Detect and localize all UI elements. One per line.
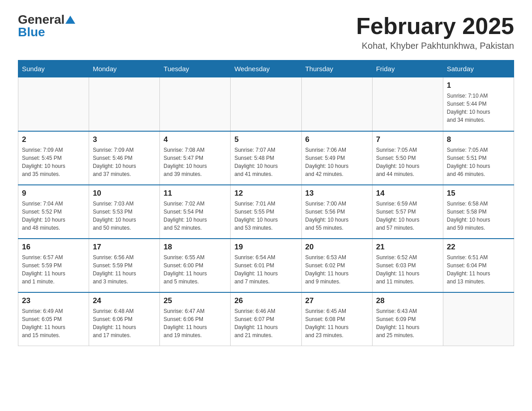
day-number: 5 — [234, 135, 297, 144]
day-info: Sunrise: 6:46 AM Sunset: 6:07 PM Dayligh… — [234, 307, 297, 339]
day-number: 24 — [93, 296, 156, 305]
calendar-week-row: 16Sunrise: 6:57 AM Sunset: 5:59 PM Dayli… — [18, 239, 514, 292]
weekday-header-wednesday: Wednesday — [231, 60, 301, 77]
weekday-header-thursday: Thursday — [301, 60, 372, 77]
calendar-header-row: SundayMondayTuesdayWednesdayThursdayFrid… — [18, 60, 514, 77]
day-number: 21 — [376, 243, 439, 252]
calendar-day-cell: 25Sunrise: 6:47 AM Sunset: 6:06 PM Dayli… — [160, 292, 231, 346]
logo: General Blue — [18, 13, 75, 39]
day-info: Sunrise: 7:04 AM Sunset: 5:52 PM Dayligh… — [22, 200, 85, 232]
calendar-day-cell — [301, 77, 372, 131]
day-info: Sunrise: 7:05 AM Sunset: 5:51 PM Dayligh… — [447, 146, 510, 178]
calendar-day-cell: 14Sunrise: 6:59 AM Sunset: 5:57 PM Dayli… — [372, 185, 443, 239]
calendar-day-cell — [372, 77, 443, 131]
calendar-week-row: 23Sunrise: 6:49 AM Sunset: 6:05 PM Dayli… — [18, 292, 514, 346]
day-info: Sunrise: 6:53 AM Sunset: 6:02 PM Dayligh… — [305, 253, 369, 286]
day-info: Sunrise: 6:51 AM Sunset: 6:04 PM Dayligh… — [447, 253, 510, 286]
weekday-header-monday: Monday — [89, 60, 160, 77]
day-number: 15 — [447, 189, 510, 198]
calendar-day-cell: 18Sunrise: 6:55 AM Sunset: 6:00 PM Dayli… — [160, 239, 231, 292]
calendar-day-cell — [160, 77, 231, 131]
day-number: 10 — [93, 189, 156, 198]
calendar-day-cell: 9Sunrise: 7:04 AM Sunset: 5:52 PM Daylig… — [18, 185, 89, 239]
logo-blue-text: Blue — [18, 26, 45, 39]
day-info: Sunrise: 6:43 AM Sunset: 6:09 PM Dayligh… — [376, 307, 439, 339]
day-number: 23 — [22, 296, 85, 305]
calendar-day-cell: 17Sunrise: 6:56 AM Sunset: 5:59 PM Dayli… — [89, 239, 160, 292]
calendar-day-cell: 4Sunrise: 7:08 AM Sunset: 5:47 PM Daylig… — [160, 131, 231, 185]
calendar-table: SundayMondayTuesdayWednesdayThursdayFrid… — [18, 60, 514, 346]
calendar-day-cell: 21Sunrise: 6:52 AM Sunset: 6:03 PM Dayli… — [372, 239, 443, 292]
calendar-day-cell: 15Sunrise: 6:58 AM Sunset: 5:58 PM Dayli… — [443, 185, 514, 239]
calendar-day-cell — [18, 77, 89, 131]
calendar-day-cell: 5Sunrise: 7:07 AM Sunset: 5:48 PM Daylig… — [231, 131, 301, 185]
calendar-day-cell: 23Sunrise: 6:49 AM Sunset: 6:05 PM Dayli… — [18, 292, 89, 346]
calendar-day-cell — [89, 77, 160, 131]
day-number: 1 — [447, 81, 510, 90]
day-info: Sunrise: 7:03 AM Sunset: 5:53 PM Dayligh… — [93, 200, 156, 232]
day-info: Sunrise: 6:58 AM Sunset: 5:58 PM Dayligh… — [447, 200, 510, 232]
month-title: February 2025 — [356, 13, 514, 39]
day-number: 11 — [163, 189, 227, 198]
weekday-header-saturday: Saturday — [443, 60, 514, 77]
svg-marker-0 — [65, 16, 75, 24]
day-info: Sunrise: 7:02 AM Sunset: 5:54 PM Dayligh… — [163, 200, 227, 232]
day-info: Sunrise: 7:08 AM Sunset: 5:47 PM Dayligh… — [163, 146, 227, 178]
day-info: Sunrise: 7:05 AM Sunset: 5:50 PM Dayligh… — [376, 146, 439, 178]
day-info: Sunrise: 6:52 AM Sunset: 6:03 PM Dayligh… — [376, 253, 439, 286]
day-number: 17 — [93, 243, 156, 252]
calendar-day-cell — [231, 77, 301, 131]
day-number: 22 — [447, 243, 510, 252]
day-number: 25 — [163, 296, 227, 305]
day-number: 4 — [163, 135, 227, 144]
day-info: Sunrise: 6:59 AM Sunset: 5:57 PM Dayligh… — [376, 200, 439, 232]
calendar-day-cell: 19Sunrise: 6:54 AM Sunset: 6:01 PM Dayli… — [231, 239, 301, 292]
calendar-day-cell: 28Sunrise: 6:43 AM Sunset: 6:09 PM Dayli… — [372, 292, 443, 346]
calendar-day-cell: 7Sunrise: 7:05 AM Sunset: 5:50 PM Daylig… — [372, 131, 443, 185]
calendar-day-cell: 10Sunrise: 7:03 AM Sunset: 5:53 PM Dayli… — [89, 185, 160, 239]
day-info: Sunrise: 7:09 AM Sunset: 5:45 PM Dayligh… — [22, 146, 85, 178]
calendar-day-cell: 26Sunrise: 6:46 AM Sunset: 6:07 PM Dayli… — [231, 292, 301, 346]
calendar-day-cell: 27Sunrise: 6:45 AM Sunset: 6:08 PM Dayli… — [301, 292, 372, 346]
day-number: 7 — [376, 135, 439, 144]
calendar-week-row: 9Sunrise: 7:04 AM Sunset: 5:52 PM Daylig… — [18, 185, 514, 239]
logo-general-text: General — [18, 13, 64, 26]
calendar-week-row: 1Sunrise: 7:10 AM Sunset: 5:44 PM Daylig… — [18, 77, 514, 131]
location-text: Kohat, Khyber Pakhtunkhwa, Pakistan — [356, 41, 514, 51]
day-number: 26 — [234, 296, 297, 305]
day-number: 19 — [234, 243, 297, 252]
day-number: 20 — [305, 243, 369, 252]
day-info: Sunrise: 7:07 AM Sunset: 5:48 PM Dayligh… — [234, 146, 297, 178]
calendar-day-cell: 12Sunrise: 7:01 AM Sunset: 5:55 PM Dayli… — [231, 185, 301, 239]
calendar-day-cell: 24Sunrise: 6:48 AM Sunset: 6:06 PM Dayli… — [89, 292, 160, 346]
calendar-day-cell: 3Sunrise: 7:09 AM Sunset: 5:46 PM Daylig… — [89, 131, 160, 185]
page-header: General Blue February 2025 Kohat, Khyber… — [18, 13, 514, 51]
day-info: Sunrise: 6:45 AM Sunset: 6:08 PM Dayligh… — [305, 307, 369, 339]
day-info: Sunrise: 6:57 AM Sunset: 5:59 PM Dayligh… — [22, 253, 85, 286]
calendar-day-cell: 11Sunrise: 7:02 AM Sunset: 5:54 PM Dayli… — [160, 185, 231, 239]
calendar-day-cell: 22Sunrise: 6:51 AM Sunset: 6:04 PM Dayli… — [443, 239, 514, 292]
calendar-day-cell: 2Sunrise: 7:09 AM Sunset: 5:45 PM Daylig… — [18, 131, 89, 185]
calendar-day-cell: 16Sunrise: 6:57 AM Sunset: 5:59 PM Dayli… — [18, 239, 89, 292]
day-number: 8 — [447, 135, 510, 144]
logo-triangle-icon — [65, 14, 75, 24]
day-info: Sunrise: 6:48 AM Sunset: 6:06 PM Dayligh… — [93, 307, 156, 339]
day-info: Sunrise: 6:55 AM Sunset: 6:00 PM Dayligh… — [163, 253, 227, 286]
day-info: Sunrise: 7:00 AM Sunset: 5:56 PM Dayligh… — [305, 200, 369, 232]
weekday-header-sunday: Sunday — [18, 60, 89, 77]
day-info: Sunrise: 7:09 AM Sunset: 5:46 PM Dayligh… — [93, 146, 156, 178]
day-info: Sunrise: 6:49 AM Sunset: 6:05 PM Dayligh… — [22, 307, 85, 339]
calendar-day-cell: 20Sunrise: 6:53 AM Sunset: 6:02 PM Dayli… — [301, 239, 372, 292]
weekday-header-tuesday: Tuesday — [160, 60, 231, 77]
day-number: 3 — [93, 135, 156, 144]
day-number: 2 — [22, 135, 85, 144]
calendar-week-row: 2Sunrise: 7:09 AM Sunset: 5:45 PM Daylig… — [18, 131, 514, 185]
calendar-day-cell — [443, 292, 514, 346]
day-info: Sunrise: 6:47 AM Sunset: 6:06 PM Dayligh… — [163, 307, 227, 339]
day-info: Sunrise: 6:54 AM Sunset: 6:01 PM Dayligh… — [234, 253, 297, 286]
weekday-header-friday: Friday — [372, 60, 443, 77]
title-section: February 2025 Kohat, Khyber Pakhtunkhwa,… — [356, 13, 514, 51]
day-info: Sunrise: 6:56 AM Sunset: 5:59 PM Dayligh… — [93, 253, 156, 286]
day-info: Sunrise: 7:10 AM Sunset: 5:44 PM Dayligh… — [447, 92, 510, 124]
calendar-day-cell: 8Sunrise: 7:05 AM Sunset: 5:51 PM Daylig… — [443, 131, 514, 185]
